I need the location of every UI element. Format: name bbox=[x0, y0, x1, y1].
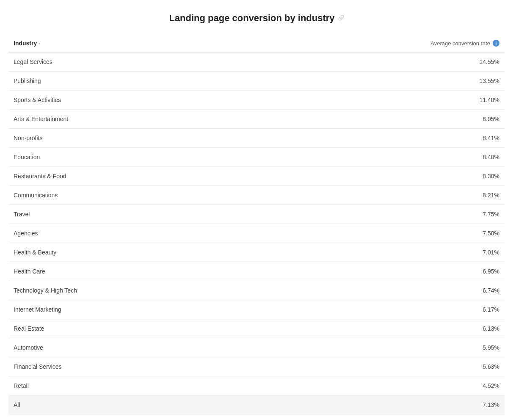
industry-cell: Real Estate bbox=[14, 325, 44, 332]
rate-cell: 6.95% bbox=[483, 268, 499, 275]
data-table: Industry - Average conversion rate i Leg… bbox=[8, 36, 505, 414]
industry-cell: Sports & Activities bbox=[14, 97, 61, 103]
table-row[interactable]: Internet Marketing6.17% bbox=[8, 300, 505, 319]
industry-cell: Non-profits bbox=[14, 135, 42, 141]
table-row[interactable]: Education8.40% bbox=[8, 148, 505, 167]
industry-cell: Travel bbox=[14, 211, 30, 218]
industry-label: Industry bbox=[14, 40, 37, 47]
table-row[interactable]: Communications8.21% bbox=[8, 186, 505, 205]
rate-cell: 5.95% bbox=[483, 344, 499, 351]
rate-cell: 8.40% bbox=[483, 154, 499, 160]
industry-cell: Restaurants & Food bbox=[14, 173, 66, 180]
industry-cell: Health & Beauty bbox=[14, 249, 56, 256]
rate-cell: 8.95% bbox=[483, 116, 499, 122]
conversion-column-header: Average conversion rate i bbox=[430, 40, 499, 47]
industry-cell: Technology & High Tech bbox=[14, 287, 77, 294]
table-row[interactable]: Travel7.75% bbox=[8, 205, 505, 224]
rate-cell: 13.55% bbox=[480, 77, 499, 84]
table-row[interactable]: Legal Services14.55% bbox=[8, 52, 505, 72]
rate-cell: 6.74% bbox=[483, 287, 499, 294]
rate-cell: 5.63% bbox=[483, 363, 499, 370]
table-row[interactable]: Retail4.52% bbox=[8, 376, 505, 395]
industry-cell: Communications bbox=[14, 192, 58, 199]
rate-cell: 6.13% bbox=[483, 325, 499, 332]
industry-cell: Automotive bbox=[14, 344, 43, 351]
page-title: Landing page conversion by industry bbox=[169, 13, 334, 24]
table-row[interactable]: Technology & High Tech6.74% bbox=[8, 281, 505, 300]
rate-cell: 7.58% bbox=[483, 230, 499, 237]
table-row[interactable]: Health & Beauty7.01% bbox=[8, 243, 505, 262]
industry-cell: Arts & Entertainment bbox=[14, 116, 68, 122]
rate-cell: 8.30% bbox=[483, 173, 499, 180]
rate-cell: 4.52% bbox=[483, 382, 499, 389]
rate-cell: 8.41% bbox=[483, 135, 499, 141]
table-row[interactable]: Arts & Entertainment8.95% bbox=[8, 110, 505, 129]
info-icon[interactable]: i bbox=[493, 40, 499, 47]
industry-cell: Internet Marketing bbox=[14, 306, 61, 313]
table-row[interactable]: Real Estate6.13% bbox=[8, 319, 505, 338]
title-row: Landing page conversion by industry bbox=[8, 13, 505, 24]
table-row[interactable]: Publishing13.55% bbox=[8, 72, 505, 91]
table-row[interactable]: Financial Services5.63% bbox=[8, 357, 505, 376]
industry-cell: Retail bbox=[14, 382, 29, 389]
industry-cell: Education bbox=[14, 154, 40, 160]
table-row[interactable]: Health Care6.95% bbox=[8, 262, 505, 281]
table-row[interactable]: Automotive5.95% bbox=[8, 338, 505, 357]
sort-indicator: - bbox=[39, 41, 40, 46]
table-row[interactable]: Agencies7.58% bbox=[8, 224, 505, 243]
industry-column-header[interactable]: Industry - bbox=[14, 40, 40, 47]
table-rows: Legal Services14.55%Publishing13.55%Spor… bbox=[8, 52, 505, 414]
table-row[interactable]: Sports & Activities11.40% bbox=[8, 91, 505, 110]
conversion-label: Average conversion rate bbox=[430, 40, 490, 47]
rate-cell: 7.75% bbox=[483, 211, 499, 218]
page-container: Landing page conversion by industry Indu… bbox=[0, 0, 513, 420]
rate-cell: 11.40% bbox=[480, 97, 499, 103]
rate-cell: 8.21% bbox=[483, 192, 499, 199]
link-icon[interactable] bbox=[338, 15, 344, 22]
rate-cell: 6.17% bbox=[483, 306, 499, 313]
table-header: Industry - Average conversion rate i bbox=[8, 36, 505, 52]
rate-cell: 14.55% bbox=[480, 58, 499, 65]
industry-cell: Publishing bbox=[14, 77, 41, 84]
rate-cell: 7.13% bbox=[483, 401, 499, 408]
rate-cell: 7.01% bbox=[483, 249, 499, 256]
table-row[interactable]: Restaurants & Food8.30% bbox=[8, 167, 505, 186]
table-row[interactable]: All7.13% bbox=[8, 395, 505, 414]
industry-cell: All bbox=[14, 401, 20, 408]
industry-cell: Agencies bbox=[14, 230, 38, 237]
industry-cell: Legal Services bbox=[14, 58, 52, 65]
industry-cell: Health Care bbox=[14, 268, 45, 275]
industry-cell: Financial Services bbox=[14, 363, 62, 370]
table-row[interactable]: Non-profits8.41% bbox=[8, 129, 505, 148]
